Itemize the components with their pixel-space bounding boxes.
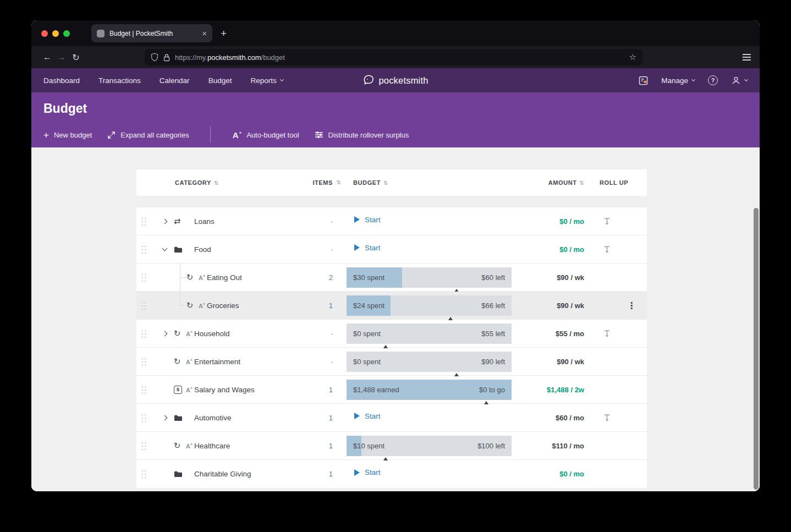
category-name[interactable]: Healthcare (194, 442, 230, 450)
auto-budget-label: Auto-budget tool (246, 131, 299, 139)
toolbar-divider (210, 127, 211, 143)
category-name[interactable]: Entertainment (194, 358, 240, 366)
category-name[interactable]: Automotive (194, 414, 232, 422)
recurring-icon: ↻ (174, 330, 186, 338)
expand-row-button[interactable] (161, 220, 174, 223)
nav-item-calendar[interactable]: Calendar (150, 68, 199, 92)
window-zoom-button[interactable] (63, 30, 70, 37)
items-header-label: ITEMS (312, 179, 333, 186)
browser-tab[interactable]: Budget | PocketSmith × (91, 24, 212, 42)
window-close-button[interactable] (41, 30, 48, 37)
category-name[interactable]: Salary and Wages (194, 386, 255, 394)
back-icon[interactable]: ← (40, 52, 54, 62)
setup-progress-icon[interactable] (639, 76, 648, 85)
manage-label: Manage (661, 76, 688, 85)
items-count: 1 (311, 386, 333, 394)
rollup-pin-icon[interactable] (603, 245, 611, 254)
category-name[interactable]: Eating Out (207, 273, 242, 282)
drag-handle-icon[interactable] (141, 385, 147, 394)
bookmark-star-icon[interactable]: ☆ (629, 52, 636, 62)
sort-icon: ⇅ (337, 179, 341, 185)
rollup-pin-icon[interactable] (603, 414, 611, 422)
budget-progress-bar[interactable]: $24 spent $66 left (347, 295, 512, 316)
auto-budget-icon: A (199, 274, 207, 281)
scrollbar-thumb[interactable] (754, 208, 759, 490)
category-name[interactable]: Charitable Giving (194, 470, 251, 478)
drag-handle-icon[interactable] (141, 273, 147, 282)
new-budget-button[interactable]: + New budget (43, 130, 92, 140)
menu-hamburger-icon[interactable] (743, 54, 751, 61)
items-count: 2 (311, 273, 333, 282)
address-bar[interactable]: https://my.pocketsmith.com/budget ☆ (145, 49, 642, 65)
budget-progress-bar[interactable]: $0 spent $90 left (347, 352, 512, 372)
sliders-icon (315, 131, 323, 139)
tab-close-icon[interactable]: × (202, 29, 207, 37)
items-count: 1 (311, 414, 333, 422)
category-name[interactable]: Household (194, 330, 230, 338)
drag-handle-icon[interactable] (141, 329, 147, 338)
rollup-pin-icon[interactable] (603, 217, 611, 226)
drag-handle-icon[interactable] (141, 217, 147, 226)
start-budget-button[interactable]: Start (354, 244, 512, 252)
remaining-label: $55 left (481, 330, 505, 338)
drag-handle-icon[interactable] (141, 469, 147, 479)
expand-row-button[interactable] (161, 332, 174, 336)
column-header-items[interactable]: ITEMS⇅ (311, 179, 333, 186)
drag-handle-icon[interactable] (141, 301, 147, 310)
nav-item-budget[interactable]: Budget (199, 68, 241, 92)
recurring-icon: ↻ (174, 358, 186, 366)
spent-label: $24 spent (353, 301, 384, 310)
tab-strip: Budget | PocketSmith × + (31, 20, 760, 46)
drag-handle-icon[interactable] (141, 357, 147, 366)
collapse-row-button[interactable] (161, 249, 174, 250)
nav-item-dashboard[interactable]: Dashboard (43, 68, 89, 92)
brand-mark-icon (362, 74, 375, 86)
budget-progress-bar[interactable]: $1,488 earned $0 to go (347, 380, 512, 400)
column-header-budget[interactable]: BUDGET⇅ (347, 179, 512, 186)
recurring-icon: ↻ (186, 273, 199, 282)
new-tab-button[interactable]: + (221, 28, 227, 39)
start-budget-button[interactable]: Start (354, 468, 512, 476)
manage-menu[interactable]: Manage (661, 76, 695, 85)
budget-progress-bar[interactable]: $0 spent $55 left (347, 323, 512, 344)
distribute-rollover-button[interactable]: Distribute rollover surplus (315, 131, 409, 139)
reload-icon[interactable]: ↻ (69, 52, 83, 63)
drag-handle-icon[interactable] (141, 245, 147, 254)
start-budget-button[interactable]: Start (354, 216, 512, 224)
rollup-header-label: ROLL UP (600, 179, 628, 186)
nav-item-reports[interactable]: Reports (241, 68, 292, 92)
account-menu[interactable] (731, 75, 748, 85)
category-name[interactable]: Food (194, 245, 211, 254)
budget-cell: Start (347, 464, 512, 484)
start-label: Start (365, 468, 381, 476)
chevron-down-icon (691, 78, 695, 81)
budget-progress-bar[interactable]: $30 spent $60 left (347, 267, 512, 288)
recurring-icon: ↻ (186, 301, 199, 310)
expand-row-button[interactable] (161, 416, 174, 420)
pocketsmith-logo[interactable]: pocketsmith (362, 74, 428, 86)
folder-icon (174, 414, 186, 421)
category-name[interactable]: Loans (194, 217, 215, 226)
budget-cell: $1,488 earned $0 to go (347, 380, 512, 400)
column-header-amount[interactable]: AMOUNT⇅ (512, 179, 584, 186)
nav-item-transactions[interactable]: Transactions (89, 68, 150, 92)
plus-icon: + (43, 130, 49, 140)
category-name[interactable]: Groceries (207, 301, 239, 310)
help-button[interactable]: ? (708, 75, 718, 85)
drag-handle-icon[interactable] (141, 413, 147, 423)
auto-budget-icon: A (186, 330, 194, 337)
rollup-pin-icon[interactable] (603, 330, 611, 338)
forward-icon[interactable]: → (54, 52, 69, 62)
table-row: ↻ A Healthcare 1 $10 spent $100 left $11… (136, 432, 647, 460)
auto-budget-button[interactable]: A Auto-budget tool (233, 131, 299, 139)
row-menu-icon[interactable]: ⋮ (627, 300, 636, 311)
start-budget-button[interactable]: Start (354, 412, 512, 420)
expand-all-button[interactable]: Expand all categories (107, 131, 189, 139)
column-header-category[interactable]: CATEGORY⇅ (136, 179, 311, 186)
chevron-down-icon (280, 78, 284, 81)
budget-progress-bar[interactable]: $10 spent $100 left (347, 436, 512, 456)
window-minimize-button[interactable] (52, 30, 59, 37)
drag-handle-icon[interactable] (141, 441, 147, 451)
app-navbar: Dashboard Transactions Calendar Budget R… (31, 68, 760, 92)
browser-toolbar: ← → ↻ https://my.pocketsmith.com/budget … (31, 46, 760, 68)
